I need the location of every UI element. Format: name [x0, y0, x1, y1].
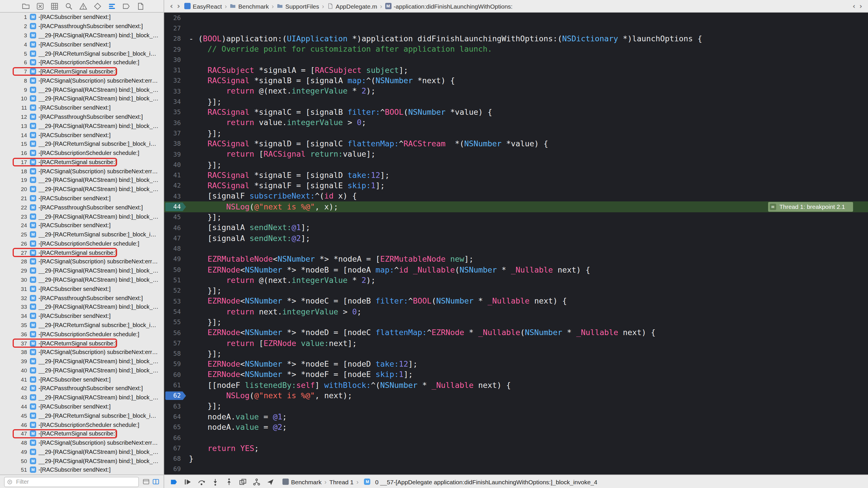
line-number[interactable]: 27 — [164, 23, 189, 34]
code-line[interactable]: 63 }]; — [164, 401, 868, 412]
debug-navigator-icon[interactable] — [108, 2, 116, 10]
stack-frame-row[interactable]: 48M-[RACSignal(Subscription) subscribeNe… — [0, 438, 164, 447]
stack-frame-row[interactable]: 27M-[RACReturnSignal subscribe:] — [0, 248, 164, 257]
stack-frame-row[interactable]: 6M-[RACSubscriptionScheduler schedule:] — [0, 58, 164, 67]
forward-button[interactable]: › — [177, 2, 180, 10]
stack-frame-row[interactable]: 24M-[RACSubscriber sendNext:] — [0, 221, 164, 230]
code-line[interactable]: 26 — [164, 12, 868, 23]
stack-frame-row[interactable]: 40M__29-[RACSignal(RACStream) bind:]_blo… — [0, 366, 164, 375]
code-line[interactable]: 58 }]; — [164, 349, 868, 359]
memory-graph-button[interactable] — [253, 478, 260, 486]
debug-view-hierarchy-button[interactable] — [239, 478, 247, 486]
breakpoint-navigator-icon[interactable] — [122, 2, 130, 10]
line-number[interactable]: 41 — [164, 170, 189, 181]
project-navigator-icon[interactable] — [22, 2, 30, 10]
code-line[interactable]: 54 return next.integerValue > 0; — [164, 307, 868, 317]
line-number[interactable]: 28 — [164, 34, 189, 44]
stack-frame-row[interactable]: 51M-[RACSubscriber sendNext:] — [0, 465, 164, 475]
code-line[interactable]: 42 RACSignal *signalF = [signalE skip:1]… — [164, 181, 868, 191]
continue-execution-button[interactable] — [184, 478, 192, 486]
code-line[interactable]: 66 — [164, 433, 868, 443]
code-line[interactable]: 56 EZRNode<NSNumber *> *nodeD = [nodeC f… — [164, 328, 868, 338]
toggle-breakpoints-button[interactable] — [170, 478, 178, 486]
code-line[interactable]: 57 return [EZRNode value:next]; — [164, 338, 868, 349]
stack-frame-row[interactable]: 38M-[RACSignal(Subscription) subscribeNe… — [0, 348, 164, 357]
code-line[interactable]: 41 RACSignal *signalE = [signalD take:12… — [164, 170, 868, 181]
code-line[interactable]: 46 [signalA sendNext:@1]; — [164, 223, 868, 233]
step-into-button[interactable] — [211, 478, 219, 486]
line-number[interactable]: 50 — [164, 264, 189, 275]
stack-frame-row[interactable]: 15M__29-[RACReturnSignal subscribe:]_blo… — [0, 139, 164, 149]
line-number[interactable]: 33 — [164, 86, 189, 97]
line-number[interactable]: 55 — [164, 317, 189, 328]
stack-frame-row[interactable]: 39M__29-[RACSignal(RACStream) bind:]_blo… — [0, 357, 164, 366]
line-number[interactable]: 59 — [164, 359, 189, 370]
test-navigator-icon[interactable] — [94, 2, 102, 10]
line-number[interactable]: 64 — [164, 412, 189, 422]
stack-frame-row[interactable]: 20M__29-[RACSignal(RACStream) bind:]_blo… — [0, 185, 164, 194]
stack-frame-row[interactable]: 18M-[RACSignal(Subscription) subscribeNe… — [0, 167, 164, 176]
stack-frame-row[interactable]: 21M-[RACSubscriber sendNext:] — [0, 194, 164, 203]
step-out-button[interactable] — [225, 478, 233, 486]
stack-frame-row[interactable]: 37M-[RACReturnSignal subscribe:] — [0, 338, 164, 348]
stack-frame-row[interactable]: 7M-[RACReturnSignal subscribe:] — [0, 67, 164, 76]
step-over-button[interactable] — [197, 478, 206, 486]
stack-frame-row[interactable]: 28M-[RACSignal(Subscription) subscribeNe… — [0, 257, 164, 266]
code-line[interactable]: 27 — [164, 23, 868, 34]
stack-frame-row[interactable]: 2M-[RACPassthroughSubscriber sendNext:] — [0, 22, 164, 31]
report-navigator-icon[interactable] — [136, 2, 145, 10]
stack-frame-row[interactable]: 14M-[RACSubscriber sendNext:] — [0, 130, 164, 139]
stack-frame-row[interactable]: 49M__29-[RACSignal(RACStream) bind:]_blo… — [0, 447, 164, 456]
line-number[interactable]: 29 — [164, 44, 189, 55]
line-number[interactable]: 52 — [164, 286, 189, 296]
line-number[interactable]: 56 — [164, 328, 189, 338]
stack-frame-row[interactable]: 25M__29-[RACReturnSignal subscribe:]_blo… — [0, 230, 164, 239]
line-number[interactable]: 31 — [164, 65, 189, 76]
line-number[interactable]: 38 — [164, 138, 189, 149]
line-number[interactable]: 39 — [164, 149, 189, 160]
line-number[interactable]: 30 — [164, 55, 189, 65]
symbol-navigator-icon[interactable] — [51, 2, 59, 10]
line-number[interactable]: 54 — [164, 307, 189, 317]
line-number[interactable]: 49 — [164, 254, 189, 265]
line-number[interactable]: 58 — [164, 349, 189, 359]
stack-frame-row[interactable]: 1M-[RACSubscriber sendNext:] — [0, 12, 164, 22]
stack-frame-row[interactable]: 13M__29-[RACSignal(RACStream) bind:]_blo… — [0, 121, 164, 131]
line-number[interactable]: 63 — [164, 401, 189, 412]
code-line[interactable]: 65 nodeA.value = @2; — [164, 422, 868, 433]
code-line[interactable]: 69 — [164, 464, 868, 475]
breakpoint-badge[interactable]: ≡Thread 1: breakpoint 2.1 — [768, 202, 853, 212]
stack-frame-row[interactable]: 26M-[RACSubscriptionScheduler schedule:] — [0, 239, 164, 248]
line-number[interactable]: 69 — [164, 464, 189, 475]
code-line[interactable]: 35 RACSignal *signalC = [signalB filter:… — [164, 107, 868, 118]
code-line[interactable]: 52 }]; — [164, 286, 868, 296]
line-number[interactable]: 53 — [164, 296, 189, 307]
code-line[interactable]: 47 [signalA sendNext:@2]; — [164, 233, 868, 243]
stack-frame-row[interactable]: 32M-[RACPassthroughSubscriber sendNext:] — [0, 293, 164, 302]
breadcrumb-item[interactable]: SupportFiles — [277, 3, 319, 9]
stack-frame-row[interactable]: 34M-[RACSubscriber sendNext:] — [0, 312, 164, 321]
code-line[interactable]: 68} — [164, 454, 868, 464]
line-number[interactable]: 36 — [164, 118, 189, 128]
code-line[interactable]: 45 }]; — [164, 212, 868, 223]
back-button[interactable]: ‹ — [170, 2, 173, 10]
code-line[interactable]: 36 return value.integerValue > 0; — [164, 118, 868, 128]
code-line[interactable]: 61 [[nodeF listenedBy:self] withBlock:^(… — [164, 380, 868, 391]
code-line[interactable]: 43 [signalF subscribeNext:^(id x) { — [164, 191, 868, 202]
stack-frame-row[interactable]: 31M-[RACSubscriber sendNext:] — [0, 284, 164, 293]
code-line[interactable]: 55 }]; — [164, 317, 868, 328]
debug-breadcrumb-item[interactable]: Thread 1 — [330, 478, 353, 485]
stack-frame-row[interactable]: 17M-[RACReturnSignal subscribe:] — [0, 158, 164, 167]
code-line[interactable]: 37 }]; — [164, 128, 868, 139]
line-number[interactable]: 37 — [164, 128, 189, 139]
line-number[interactable]: 46 — [164, 223, 189, 233]
line-number[interactable]: 57 — [164, 338, 189, 349]
code-line[interactable]: 39 return [RACSignal return:value]; — [164, 149, 868, 160]
find-navigator-icon[interactable] — [65, 2, 73, 10]
code-line[interactable]: 50 EZRNode<NSNumber *> *nodeB = [nodeA m… — [164, 264, 868, 275]
line-number[interactable]: 65 — [164, 422, 189, 433]
simulate-location-button[interactable] — [267, 478, 274, 486]
code-line[interactable]: 40 }]; — [164, 160, 868, 170]
stack-frame-row[interactable]: 41M-[RACSubscriber sendNext:] — [0, 375, 164, 384]
stack-frame-row[interactable]: 16M-[RACSubscriptionScheduler schedule:] — [0, 148, 164, 158]
